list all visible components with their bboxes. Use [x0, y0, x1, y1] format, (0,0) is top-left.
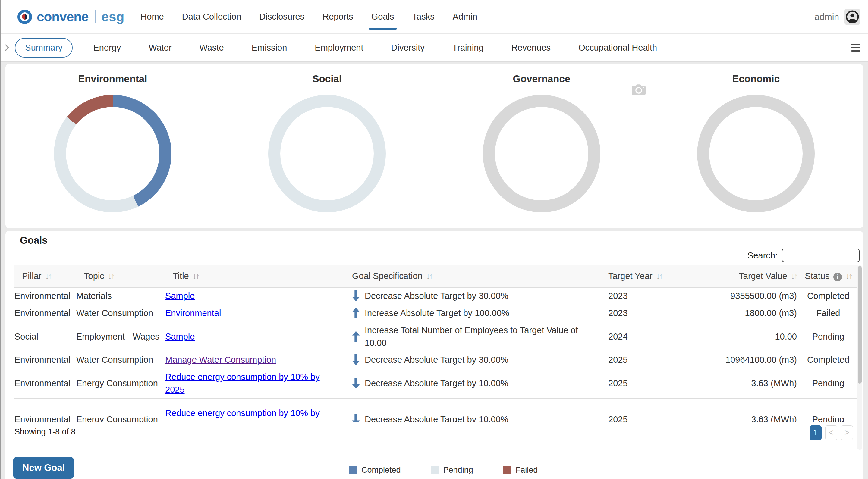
- brand-suffix: esg: [101, 9, 124, 24]
- increase-arrow-icon: [352, 331, 360, 342]
- cell-target-year: 2025: [599, 398, 662, 422]
- cell-title: Manage Water Consumption: [165, 351, 343, 368]
- donut-chart-social: [268, 95, 386, 213]
- tab-diversity[interactable]: Diversity: [384, 38, 432, 57]
- goal-spec-text: Increase Absolute Target by 100.00%: [365, 307, 509, 319]
- tab-employment[interactable]: Employment: [307, 38, 370, 57]
- cell-topic: Energy Consumption: [76, 368, 165, 398]
- cell-topic: Employment - Wages: [76, 322, 165, 351]
- chart-cell-environmental: Environmental: [5, 64, 220, 228]
- new-goal-button[interactable]: New Goal: [13, 457, 74, 479]
- tab-occupational-health[interactable]: Occupational Health: [571, 38, 664, 57]
- nav-data-collection[interactable]: Data Collection: [181, 12, 242, 22]
- goal-title-link[interactable]: Sample: [165, 291, 195, 301]
- nav-goals[interactable]: Goals: [371, 12, 395, 22]
- nav-tasks[interactable]: Tasks: [412, 12, 435, 22]
- donut-chart-economic: [697, 95, 815, 213]
- search-label: Search:: [747, 251, 778, 261]
- camera-export-icon[interactable]: [632, 84, 646, 96]
- cell-status: Pending: [798, 398, 858, 422]
- sort-icon[interactable]: ↓↑: [426, 272, 432, 281]
- menu-icon[interactable]: [849, 42, 862, 53]
- column-header-goal-specification[interactable]: Goal Specification↓↑: [343, 265, 599, 287]
- tab-revenues[interactable]: Revenues: [504, 38, 558, 57]
- chart-cell-economic: Economic: [649, 64, 864, 228]
- next-page-button[interactable]: >: [841, 425, 853, 440]
- legend-swatch: [349, 466, 357, 474]
- tab-water[interactable]: Water: [141, 38, 179, 57]
- sort-icon[interactable]: ↓↑: [656, 272, 662, 281]
- goals-section-title: Goals: [20, 235, 48, 246]
- cell-target-value: 10.00: [662, 322, 798, 351]
- goal-title-link[interactable]: Environmental: [165, 308, 221, 318]
- scrollbar-thumb[interactable]: [858, 266, 862, 383]
- search-input[interactable]: [782, 249, 860, 262]
- donut-charts-row: EnvironmentalSocialGovernanceEconomic: [5, 64, 863, 228]
- nav-admin[interactable]: Admin: [452, 12, 478, 22]
- column-header-title[interactable]: Title↓↑: [165, 265, 343, 287]
- goals-table-wrapper: Pillar↓↑Topic↓↑Title↓↑Goal Specification…: [14, 265, 858, 422]
- sort-icon[interactable]: ↓↑: [846, 272, 852, 281]
- goal-title-link[interactable]: Reduce energy consumption by 10% by 2025: [165, 408, 320, 422]
- cell-pillar: Environmental: [14, 287, 76, 305]
- donut-chart-governance: [483, 95, 600, 213]
- page-1-button[interactable]: 1: [809, 425, 822, 440]
- donut-hole: [66, 107, 159, 200]
- cell-status: Failed: [798, 305, 858, 322]
- user-avatar[interactable]: [844, 9, 860, 25]
- sort-icon[interactable]: ↓↑: [108, 272, 114, 281]
- cell-topic: Materials: [76, 287, 165, 305]
- cell-topic: Water Consumption: [76, 351, 165, 368]
- column-header-topic[interactable]: Topic↓↑: [76, 265, 165, 287]
- sort-icon[interactable]: ↓↑: [45, 272, 51, 281]
- goal-row: EnvironmentalEnergy ConsumptionReduce en…: [14, 398, 858, 422]
- logo-divider: [95, 10, 96, 24]
- cell-target-value: 3.63 (MWh): [662, 368, 798, 398]
- goal-row: EnvironmentalWater ConsumptionEnvironmen…: [14, 305, 858, 322]
- cell-target-value: 3.63 (MWh): [662, 398, 798, 422]
- donut-hole: [709, 107, 803, 200]
- cell-status: Pending: [798, 322, 858, 351]
- tab-energy[interactable]: Energy: [86, 38, 128, 57]
- decrease-arrow-icon: [352, 414, 360, 422]
- user-area: admin: [814, 9, 860, 25]
- nav-reports[interactable]: Reports: [322, 12, 354, 22]
- column-header-pillar[interactable]: Pillar↓↑: [14, 265, 76, 287]
- column-header-target-year[interactable]: Target Year↓↑: [599, 265, 662, 287]
- main-content: EnvironmentalSocialGovernanceEconomic Go…: [1, 62, 868, 479]
- cell-title: Environmental: [165, 305, 343, 322]
- sort-icon[interactable]: ↓↑: [193, 272, 198, 281]
- tab-emission[interactable]: Emission: [244, 38, 294, 57]
- tabs-scroll-chevron-icon[interactable]: ›: [4, 38, 9, 54]
- cell-title: Sample: [165, 322, 343, 351]
- goal-title-link[interactable]: Manage Water Consumption: [165, 355, 276, 364]
- goal-row: SocialEmployment - WagesSampleIncrease T…: [14, 322, 858, 351]
- nav-home[interactable]: Home: [140, 12, 164, 22]
- goal-spec-text: Decrease Absolute Target by 10.00%: [365, 377, 508, 389]
- tab-summary[interactable]: Summary: [15, 38, 73, 58]
- goal-spec-text: Decrease Absolute Target by 30.00%: [365, 289, 508, 302]
- goal-title-link[interactable]: Sample: [165, 332, 195, 341]
- goal-title-link[interactable]: Reduce energy consumption by 10% by 2025: [165, 372, 320, 394]
- pillar-tabs: SummaryEnergyWaterWasteEmissionEmploymen…: [15, 38, 664, 58]
- cell-title: Reduce energy consumption by 10% by 2025: [165, 398, 343, 422]
- column-header-status[interactable]: Statusi↓↑: [798, 265, 858, 287]
- chart-title-governance: Governance: [513, 73, 570, 85]
- legend-label: Failed: [516, 466, 538, 475]
- cell-topic: Water Consumption: [76, 305, 165, 322]
- legend-swatch: [503, 466, 512, 474]
- decrease-arrow-icon: [352, 354, 360, 365]
- prev-page-button[interactable]: <: [825, 425, 837, 440]
- sort-icon[interactable]: ↓↑: [791, 272, 797, 281]
- column-header-target-value[interactable]: Target Value↓↑: [662, 265, 798, 287]
- tab-waste[interactable]: Waste: [192, 38, 231, 57]
- app-logo[interactable]: convene esg: [17, 9, 124, 25]
- cell-target-year: 2024: [599, 322, 662, 351]
- table-scrollbar[interactable]: [857, 265, 862, 450]
- tab-training[interactable]: Training: [445, 38, 491, 57]
- cell-target-year: 2023: [599, 305, 662, 322]
- cell-status: Completed: [798, 287, 858, 305]
- nav-disclosures[interactable]: Disclosures: [258, 12, 305, 22]
- decrease-arrow-icon: [352, 290, 360, 301]
- status-info-icon[interactable]: i: [833, 273, 842, 281]
